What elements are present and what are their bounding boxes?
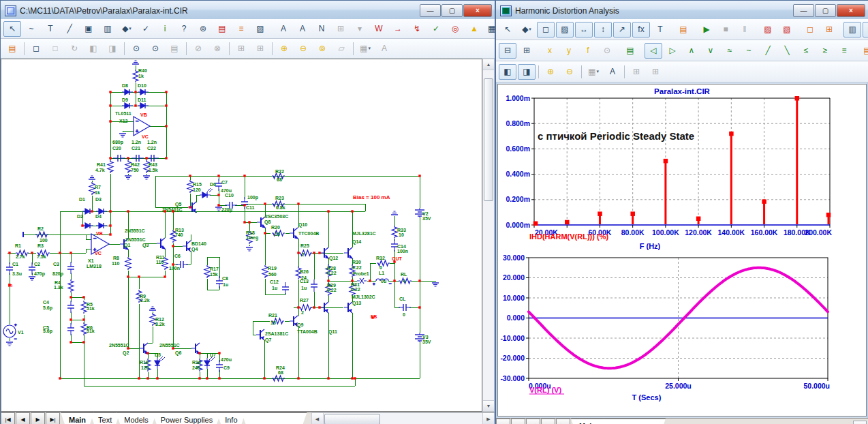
- perf-plot-2-icon[interactable]: ▧: [778, 22, 796, 37]
- scale-box-left-icon[interactable]: ◧: [499, 64, 516, 80]
- plot-layout-1-icon[interactable]: ▥: [843, 22, 861, 37]
- grid-options-icon[interactable]: ▦▾: [356, 41, 374, 57]
- info-mode-icon[interactable]: i: [156, 21, 174, 37]
- fx-mode-icon[interactable]: fx: [632, 22, 650, 37]
- single-plot-icon[interactable]: ⊟: [499, 43, 516, 59]
- tab-main[interactable]: Main: [61, 412, 94, 424]
- dropdown-arrow-icon[interactable]: ▾: [368, 46, 371, 51]
- zoom-fx-icon[interactable]: f: [579, 43, 597, 59]
- graph-mode-icon[interactable]: ▨: [556, 22, 574, 37]
- flip-vertical-icon[interactable]: ◨: [104, 41, 121, 57]
- attribute-text-icon[interactable]: A: [275, 21, 292, 37]
- minimize-button[interactable]: —: [793, 4, 814, 17]
- tab-models[interactable]: Models: [116, 412, 156, 424]
- schematic-canvas[interactable]: −+−++−+−R401kD8D10D9D11TL0511X12VBVC680p…: [1, 59, 482, 412]
- search-icon[interactable]: ⊙: [598, 43, 616, 59]
- conditions-icon[interactable]: ✓: [427, 21, 445, 37]
- tab-nav-0[interactable]: |◀: [1, 412, 15, 424]
- clipboard-icon[interactable]: ▤: [858, 43, 868, 59]
- select-tool-icon[interactable]: ↖: [3, 21, 21, 37]
- minimize-button[interactable]: —: [420, 4, 441, 17]
- scale-mode-icon[interactable]: ↔: [575, 22, 593, 37]
- edit-waveform-icon[interactable]: ▤: [621, 43, 639, 59]
- tab-nav-1[interactable]: |◀: [511, 419, 525, 424]
- zoom-in-icon[interactable]: ⊕: [542, 64, 559, 80]
- text-mode-icon[interactable]: T: [42, 21, 59, 37]
- low-icon[interactable]: ~: [740, 43, 758, 59]
- send-to-back-icon[interactable]: ⊞: [251, 41, 269, 57]
- tab-nav-2[interactable]: ◀: [526, 419, 540, 424]
- select-tool-icon[interactable]: ↖: [499, 22, 516, 37]
- tab-nav-4[interactable]: ▶|: [556, 419, 570, 424]
- dropdown-arrow-icon[interactable]: ▾: [596, 69, 599, 74]
- properties-icon[interactable]: ▤: [3, 41, 21, 57]
- select-region-icon[interactable]: ◻: [801, 22, 819, 37]
- shape-picker-icon[interactable]: ◆▾: [518, 22, 536, 37]
- grid-options-icon[interactable]: ▦▾: [585, 64, 602, 80]
- right-titlebar[interactable]: Harmonic Distortion Analysis — ▢ ×: [496, 1, 868, 19]
- node-voltages-icon[interactable]: W: [370, 21, 388, 37]
- vscale-mode-icon[interactable]: ↕: [594, 22, 612, 37]
- maximize-button[interactable]: ▢: [441, 4, 463, 17]
- rotate-icon[interactable]: ↻: [65, 41, 83, 57]
- bring-to-front-icon[interactable]: ⊞: [232, 41, 250, 57]
- shape-picker-icon[interactable]: ◆▾: [118, 21, 136, 37]
- tab-nav-3[interactable]: ▶: [541, 419, 555, 424]
- close-button[interactable]: ×: [837, 4, 865, 17]
- zoom-in-icon[interactable]: ⊕: [275, 41, 293, 57]
- tab-nav-2[interactable]: ▶: [31, 412, 45, 424]
- tab-text[interactable]: Text: [90, 412, 120, 424]
- resize-grip[interactable]: [853, 421, 867, 424]
- tab-nav-3[interactable]: ▶|: [46, 412, 60, 424]
- drop-gray-icon[interactable]: ▾: [351, 21, 369, 37]
- notes-icon[interactable]: ▤: [166, 41, 183, 57]
- horizontal-scroll-thumb[interactable]: [324, 414, 380, 424]
- valley-icon[interactable]: ∨: [702, 43, 719, 59]
- tab-main[interactable]: Main: [571, 419, 604, 424]
- flip-horizontal-icon[interactable]: ◧: [84, 41, 102, 57]
- tab-power-supplies[interactable]: Power Supplies: [153, 412, 221, 424]
- properties-icon[interactable]: ▤: [675, 22, 692, 37]
- dropdown-arrow-icon[interactable]: ▾: [129, 26, 131, 31]
- text-mode-icon[interactable]: T: [651, 22, 669, 37]
- scroll-right-arrow[interactable]: ▶: [482, 413, 494, 424]
- run-icon[interactable]: ▶: [698, 22, 715, 37]
- slope-up-icon[interactable]: ╱: [759, 43, 777, 59]
- link-mode-icon[interactable]: ⊚: [194, 21, 212, 37]
- global-high-icon[interactable]: ≥: [816, 43, 834, 59]
- pin-connections-icon[interactable]: ◎: [446, 21, 464, 37]
- scroll-left-arrow[interactable]: ◀: [312, 413, 324, 424]
- scroll-down-arrow[interactable]: ▼: [483, 400, 494, 411]
- cursor-grid-icon[interactable]: ⊞: [518, 43, 536, 59]
- scroll-up-arrow[interactable]: ▲: [483, 59, 494, 70]
- find-icon[interactable]: ⊙: [146, 41, 164, 57]
- send-to-back-icon[interactable]: ⊞: [647, 64, 664, 80]
- plot-layout-2-icon[interactable]: ▤: [863, 22, 868, 37]
- close-button[interactable]: ×: [463, 4, 492, 17]
- left-vertical-scrollbar[interactable]: ▲ ▼: [482, 59, 495, 412]
- zoom-out-icon[interactable]: ⊖: [294, 41, 312, 57]
- maximize-button[interactable]: ▢: [815, 4, 836, 17]
- graphics-mode-icon[interactable]: ╱: [61, 21, 78, 37]
- model-check-icon[interactable]: ▤: [213, 21, 231, 37]
- perf-plot-1-icon[interactable]: ▨: [759, 22, 777, 37]
- zoom-window-icon[interactable]: ◻: [537, 22, 555, 37]
- copy-page-icon[interactable]: ⊞: [332, 21, 350, 37]
- select-area-icon[interactable]: ◻: [27, 41, 45, 57]
- scale-box-right-icon[interactable]: ◨: [518, 64, 536, 80]
- expand-region-icon[interactable]: ⊞: [820, 22, 838, 37]
- tab-nav-1[interactable]: ◀: [16, 412, 30, 424]
- picture-mode-icon[interactable]: ▣: [80, 21, 97, 37]
- zoom-x-icon[interactable]: x: [541, 43, 559, 59]
- step-down-icon[interactable]: ⊘: [189, 41, 207, 57]
- currents-icon[interactable]: →: [389, 21, 407, 37]
- zoom-100-icon[interactable]: ⊚: [313, 41, 331, 57]
- font-icon[interactable]: A: [604, 64, 621, 80]
- wire-mode-icon[interactable]: ~: [22, 21, 40, 37]
- pause-icon[interactable]: ‖: [736, 22, 754, 37]
- zoom-y-icon[interactable]: y: [560, 43, 578, 59]
- envelope-icon[interactable]: ≡: [835, 43, 853, 59]
- plot-panel[interactable]: 1.000m0.800m0.600m0.400m0.200m0.000m20.0…: [497, 84, 867, 417]
- tab-info[interactable]: Info: [217, 412, 245, 424]
- slope-down-icon[interactable]: ╲: [778, 43, 796, 59]
